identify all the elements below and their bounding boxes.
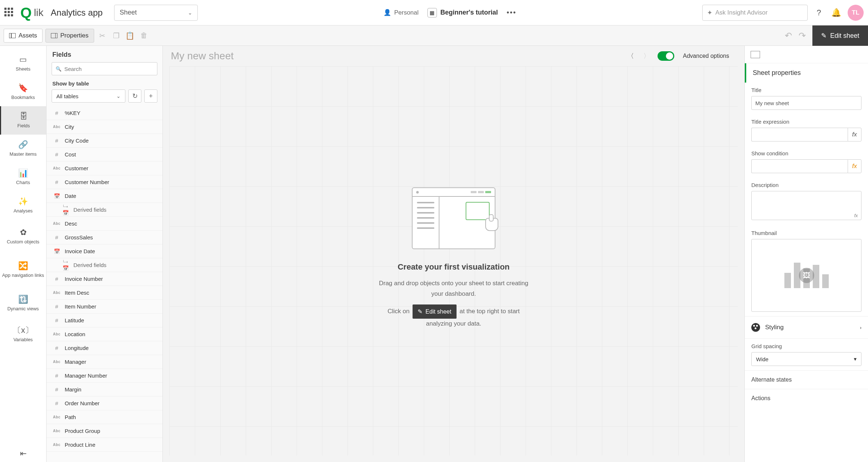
field-item[interactable]: #Item Number	[47, 300, 162, 314]
description-textarea[interactable]	[751, 191, 861, 220]
field-item[interactable]: #%KEY	[47, 106, 162, 120]
next-sheet-arrow: 〉	[642, 51, 652, 61]
sheet-dropdown[interactable]: Sheet ⌄	[114, 5, 198, 21]
field-item[interactable]: AbcDesc	[47, 217, 162, 231]
field-list[interactable]: #%KEYAbcCity#City Code#CostAbcCustomer#C…	[47, 106, 162, 462]
field-item[interactable]: ⮡ 📅Derived fields	[47, 203, 162, 217]
hash-type-icon: #	[52, 276, 61, 282]
edit-sheet-button[interactable]: ✎ Edit sheet	[812, 25, 868, 46]
abc-type-icon: Abc	[52, 429, 61, 433]
rail-sheets[interactable]: ▭ Sheets	[0, 49, 46, 78]
rail-app-nav-links[interactable]: 🔀 App navigation links	[0, 253, 46, 287]
more-menu-icon[interactable]: •••	[507, 8, 517, 17]
field-item[interactable]: AbcCity	[47, 120, 162, 134]
undo-icon[interactable]: ↶	[785, 31, 792, 41]
field-item[interactable]: AbcProduct Group	[47, 424, 162, 438]
rail-master-items[interactable]: 🔗 Master items	[0, 135, 46, 163]
title-input[interactable]	[751, 96, 861, 110]
rail-bookmarks[interactable]: 🔖 Bookmarks	[0, 78, 46, 106]
field-item[interactable]: AbcItem Desc	[47, 286, 162, 300]
collapse-rail-icon[interactable]: ⇤	[0, 449, 46, 458]
field-item-label: Item Desc	[65, 290, 89, 296]
field-item-label: Customer	[65, 165, 88, 171]
sheet-canvas-grid[interactable]: Create your first visualization Drag and…	[169, 66, 738, 455]
show-condition-input[interactable]	[751, 159, 848, 173]
cut-icon[interactable]: ✂	[97, 30, 108, 41]
field-item[interactable]: #Order Number	[47, 397, 162, 410]
user-icon: 👤	[383, 9, 391, 16]
field-item[interactable]: AbcLocation	[47, 327, 162, 341]
paste-icon[interactable]: 📋	[125, 30, 136, 41]
field-item[interactable]: #GrossSales	[47, 231, 162, 244]
rail-analyses[interactable]: ✨ Analyses	[0, 191, 46, 220]
link-icon: 🔗	[19, 140, 28, 149]
styling-section[interactable]: Styling ›	[745, 316, 868, 339]
assets-button[interactable]: Assets	[4, 29, 43, 43]
rail-custom-objects[interactable]: ✿ Custom objects	[0, 220, 46, 253]
field-item[interactable]: AbcManager	[47, 355, 162, 369]
description-label: Description	[751, 182, 861, 188]
help-icon[interactable]: ?	[813, 7, 825, 19]
field-item[interactable]: #Manager Number	[47, 369, 162, 383]
add-field-button[interactable]: +	[144, 89, 157, 103]
delete-icon[interactable]: 🗑	[138, 30, 149, 41]
rail-dynamic-views[interactable]: 🔃 Dynamic views	[0, 287, 46, 320]
refresh-fields-button[interactable]: ↻	[128, 89, 141, 103]
abc-type-icon: Abc	[52, 360, 61, 364]
redo-icon[interactable]: ↷	[799, 31, 806, 41]
title-expression-input[interactable]	[751, 128, 848, 142]
app-title: Analytics app	[51, 8, 103, 18]
sheet-title[interactable]: My new sheet	[171, 50, 620, 62]
topbar-center: 👤 Personal ▦ Beginner's tutorial •••	[383, 8, 516, 17]
field-item[interactable]: #Longitude	[47, 341, 162, 355]
field-item[interactable]: #Customer Number	[47, 175, 162, 189]
grid-spacing-select[interactable]: Wide ▾	[751, 352, 861, 366]
properties-button[interactable]: Properties	[45, 29, 94, 43]
qlik-logo[interactable]: Q lik	[20, 5, 44, 20]
field-item[interactable]: #Invoice Number	[47, 272, 162, 286]
actions-section[interactable]: Actions	[745, 389, 868, 407]
prev-sheet-arrow[interactable]: 〈	[626, 51, 636, 61]
abc-type-icon: Abc	[52, 166, 61, 170]
notification-bell-icon[interactable]: 🔔	[830, 7, 843, 19]
personal-label: Personal	[394, 9, 418, 16]
apps-launcher-icon[interactable]	[4, 8, 15, 18]
field-item[interactable]: #Cost	[47, 148, 162, 162]
sheet-properties-tab-icon[interactable]	[751, 51, 760, 58]
alternate-states-section[interactable]: Alternate states	[745, 370, 868, 389]
field-item-label: Latitude	[65, 317, 84, 323]
field-item[interactable]: #Margin	[47, 383, 162, 397]
thumbnail-picker[interactable]: 🖼	[751, 239, 861, 312]
show-by-table-label: Show by table	[47, 79, 162, 89]
rail-variables[interactable]: 〔x〕 Variables	[0, 320, 46, 349]
tutorial-link[interactable]: ▦ Beginner's tutorial	[427, 8, 498, 17]
field-item[interactable]: 📅Invoice Date	[47, 244, 162, 258]
description-fx-button[interactable]: fx	[854, 213, 858, 218]
field-item-label: Invoice Number	[65, 276, 103, 282]
rail-fields[interactable]: 🗄 Fields	[0, 106, 46, 135]
fields-search-input[interactable]	[64, 66, 153, 72]
advanced-options-toggle[interactable]	[658, 51, 674, 61]
title-expression-fx-button[interactable]: fx	[848, 128, 861, 142]
properties-panel: Sheet properties Title Title expression …	[744, 46, 868, 462]
field-item[interactable]: #City Code	[47, 134, 162, 148]
copy-icon[interactable]: ❐	[111, 30, 122, 41]
tables-dropdown[interactable]: All tables ⌄	[52, 89, 125, 103]
insight-advisor-search[interactable]: ✦ Ask Insight Advisor	[702, 5, 808, 21]
field-item[interactable]: AbcCustomer	[47, 162, 162, 175]
field-item[interactable]: 📅Date	[47, 189, 162, 203]
fields-search-box[interactable]: 🔍	[52, 62, 157, 75]
field-item[interactable]: #Latitude	[47, 314, 162, 327]
hash-type-icon: #	[52, 373, 61, 379]
field-item[interactable]: AbcPath	[47, 410, 162, 424]
user-avatar[interactable]: TL	[848, 5, 864, 21]
field-item[interactable]: ⮡ 📅Derived fields	[47, 258, 162, 272]
rail-charts[interactable]: 📊 Charts	[0, 163, 46, 191]
field-item[interactable]: AbcProduct Line	[47, 438, 162, 452]
sheet-dropdown-label: Sheet	[120, 9, 137, 16]
personal-space[interactable]: 👤 Personal	[383, 9, 418, 16]
show-condition-fx-button[interactable]: fx	[848, 159, 861, 173]
chevron-right-icon: ›	[860, 325, 861, 330]
cal-type-icon: 📅	[52, 193, 61, 199]
canvas-header: My new sheet 〈 〉 Advanced options	[163, 46, 744, 66]
